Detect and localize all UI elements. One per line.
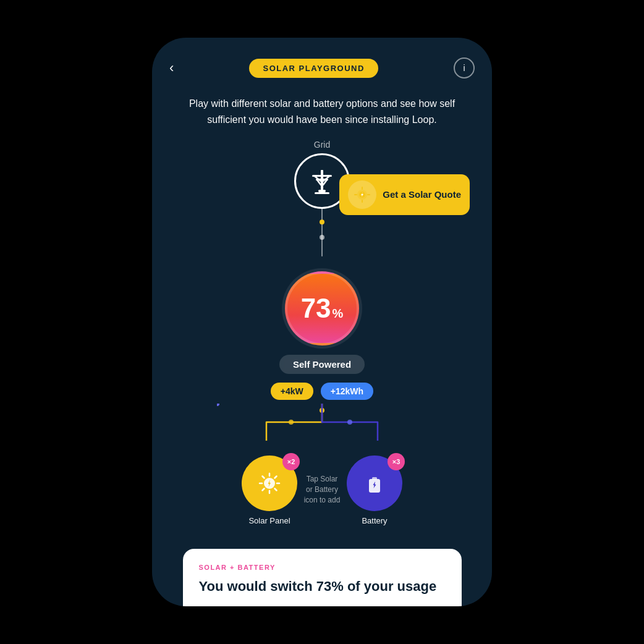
self-powered-section: 73 % Self Powered +4kW +12kWh [271,268,373,400]
grid-icon [308,167,336,195]
svg-rect-8 [318,190,326,192]
grid-label: Grid [314,140,330,150]
page-title: SOLAR PLAYGROUND [263,64,364,73]
svg-point-19 [320,235,324,240]
solar-quote-button[interactable]: Get a Solar Quote [339,174,470,215]
percentage-symbol: % [333,307,344,321]
svg-line-32 [275,489,277,491]
bottom-devices-row: ×2 Solar Panel Tap Solar or Battery icon… [152,455,492,525]
percentage-circle: 73 % [285,271,359,345]
svg-rect-37 [372,477,377,480]
battery-icon [362,471,387,496]
solar-plus-badge[interactable]: +4kW [271,383,313,400]
svg-rect-9 [315,192,329,194]
self-powered-badge: Self Powered [279,355,365,374]
battery-multiplier-badge: ×3 [388,453,405,470]
bottom-info-card: SOLAR + BATTERY You would switch 73% of … [183,549,462,606]
info-button[interactable]: i [454,57,475,78]
info-icon: i [463,63,465,73]
sun-bolt-icon [354,186,371,203]
tap-hint-text: Tap Solar or Battery icon to add [297,474,347,505]
percentage-outer-ring: 73 % [282,268,362,349]
solar-quote-icon [348,180,376,209]
title-badge: SOLAR PLAYGROUND [249,59,378,78]
svg-point-23 [217,404,219,406]
bottom-connector-lines [217,404,427,441]
svg-line-34 [263,489,265,491]
phone-frame: ‹ SOLAR PLAYGROUND i Play with different… [152,38,492,606]
solar-panel-icon [257,471,282,496]
solar-panel-item: ×2 Solar Panel [242,455,297,525]
description-text: Play with different solar and battery op… [152,88,492,140]
battery-plus-badge[interactable]: +12kWh [321,383,373,400]
header: ‹ SOLAR PLAYGROUND i [152,38,492,88]
svg-point-25 [347,420,352,425]
solar-quote-label: Get a Solar Quote [383,189,461,201]
solar-circle-wrapper: ×2 [242,455,297,511]
card-subtitle: SOLAR + BATTERY [199,564,446,571]
svg-point-24 [289,420,294,425]
energy-diagram: Grid [152,140,492,532]
plus-badges: +4kW +12kWh [271,383,373,400]
svg-line-33 [275,477,277,478]
back-button[interactable]: ‹ [169,61,174,75]
percentage-value: 73 [301,295,331,322]
card-title: You would switch 73% of your usage [199,577,446,596]
solar-panel-label: Solar Panel [248,516,290,525]
battery-label: Battery [362,516,387,525]
battery-item: ×3 Battery [347,455,402,525]
svg-point-18 [320,222,324,227]
svg-line-31 [263,477,265,478]
solar-multiplier-badge: ×2 [282,453,300,470]
battery-circle-wrapper: ×3 [347,455,402,511]
